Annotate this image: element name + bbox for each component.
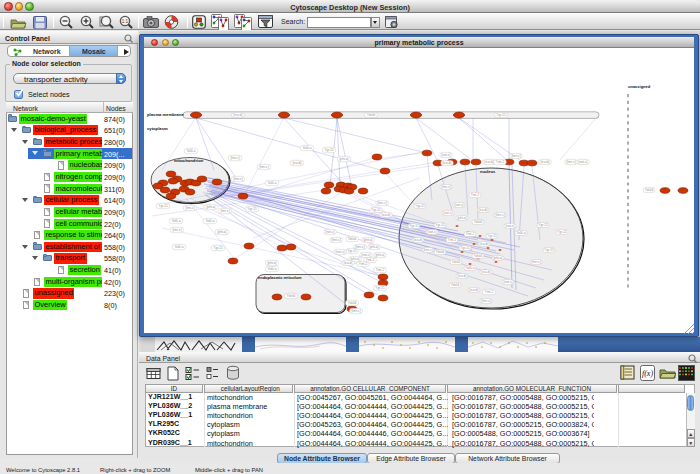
svg-text:Ygr-11: Ygr-11 <box>435 223 445 227</box>
svg-text:[Imr-c]: [Imr-c] <box>259 165 268 169</box>
svg-text:cytoplasm: cytoplasm <box>147 126 168 131</box>
svg-text:Ydr04: Ydr04 <box>287 294 296 298</box>
svg-text:Yol0-a: Yol0-a <box>466 266 475 270</box>
svg-text:Ydr04: Ydr04 <box>348 301 357 305</box>
svg-text:Ygr-11: Ygr-11 <box>375 286 385 290</box>
svg-text:[tca-b]: [tca-b] <box>458 274 467 278</box>
svg-text:plasma membrane: plasma membrane <box>147 112 184 117</box>
svg-text:Ydr04: Ydr04 <box>474 220 483 224</box>
svg-text:[Imr-c]: [Imr-c] <box>185 206 194 210</box>
svg-text:[not-c]: [not-c] <box>362 253 371 257</box>
svg-text:Ydr04: Ydr04 <box>367 113 376 117</box>
svg-text:[tca-b]: [tca-b] <box>485 160 494 164</box>
svg-text:[tca-b]: [tca-b] <box>479 208 488 212</box>
svg-text:[Imr-c]: [Imr-c] <box>172 228 181 232</box>
svg-text:[not-c]: [not-c] <box>506 224 515 228</box>
svg-text:1:1: 1:1 <box>122 19 129 24</box>
svg-text:[pht-a]: [pht-a] <box>457 216 466 220</box>
svg-text:Ygr-11: Ygr-11 <box>247 207 257 211</box>
svg-text:[pht-a]: [pht-a] <box>363 238 372 242</box>
svg-text:Yol0-a: Yol0-a <box>268 267 277 271</box>
svg-text:[tca-b]: [tca-b] <box>344 261 353 265</box>
svg-text:Yol0-a: Yol0-a <box>517 231 526 235</box>
svg-text:Ygr-11: Ygr-11 <box>557 230 567 234</box>
svg-text:[not-c]: [not-c] <box>504 280 513 284</box>
svg-text:[pht-a]: [pht-a] <box>339 157 348 161</box>
svg-text:[tca-b]: [tca-b] <box>382 213 391 217</box>
svg-text:endoplasmic reticulum: endoplasmic reticulum <box>258 275 302 280</box>
svg-text:[not-c]: [not-c] <box>428 230 437 234</box>
svg-text:[pht-a]: [pht-a] <box>375 253 384 257</box>
svg-text:[tca-b]: [tca-b] <box>414 238 423 242</box>
svg-text:Yol0-a: Yol0-a <box>187 149 196 153</box>
svg-text:Ydr04: Ydr04 <box>348 237 357 241</box>
svg-text:[pht-a]: [pht-a] <box>369 245 378 249</box>
svg-text:[Imr-c]: [Imr-c] <box>441 185 450 189</box>
svg-text:Ygr-11: Ygr-11 <box>213 246 223 250</box>
svg-text:[not-c]: [not-c] <box>336 250 345 254</box>
svg-text:[Imr-c]: [Imr-c] <box>495 213 504 217</box>
svg-text:Yol0-a: Yol0-a <box>175 245 184 249</box>
svg-text:Ygr-11: Ygr-11 <box>409 224 419 228</box>
svg-text:[pht-a]: [pht-a] <box>267 261 276 265</box>
svg-text:Ydr04: Ydr04 <box>436 250 445 254</box>
svg-text:[Imr-c]: [Imr-c] <box>220 209 229 213</box>
svg-text:Yol0-a: Yol0-a <box>268 181 277 185</box>
svg-text:unassigned: unassigned <box>628 84 651 89</box>
svg-text:[tca-b]: [tca-b] <box>443 161 452 165</box>
svg-text:[not-c]: [not-c] <box>579 160 588 164</box>
svg-text:Yml-2: Yml-2 <box>466 232 475 236</box>
svg-text:[not-c]: [not-c] <box>444 211 453 215</box>
svg-text:Ydr04: Ydr04 <box>474 254 483 258</box>
svg-text:Ygr-11: Ygr-11 <box>347 249 357 253</box>
svg-text:Ygr-11: Ygr-11 <box>538 223 548 227</box>
svg-text:Yol0-a: Yol0-a <box>206 219 215 223</box>
svg-text:[Imr-c]: [Imr-c] <box>233 177 242 181</box>
svg-text:[not-c]: [not-c] <box>326 230 335 234</box>
svg-text:[Imr-c]: [Imr-c] <box>423 248 432 252</box>
svg-text:[Imr-c]: [Imr-c] <box>377 201 386 205</box>
svg-text:Ydr04: Ydr04 <box>451 283 460 287</box>
svg-text:Ygr-11: Ygr-11 <box>415 204 425 208</box>
svg-text:Ygr-11: Ygr-11 <box>487 234 497 238</box>
svg-text:Ygr-11: Ygr-11 <box>158 204 168 208</box>
svg-text:[Imr-c]: [Imr-c] <box>531 260 540 264</box>
svg-text:Ygr-11: Ygr-11 <box>371 208 381 212</box>
svg-text:Yml-2: Yml-2 <box>376 268 385 272</box>
svg-text:Yml-2: Yml-2 <box>471 193 480 197</box>
svg-text:[tca-b]: [tca-b] <box>293 161 302 165</box>
svg-text:[not-c]: [not-c] <box>455 203 464 207</box>
svg-text:Yml-2: Yml-2 <box>485 290 494 294</box>
svg-text:Ydr04: Ydr04 <box>645 188 654 192</box>
svg-text:Yml-2: Yml-2 <box>496 160 505 164</box>
svg-text:[pht-a]: [pht-a] <box>493 256 502 260</box>
svg-text:[tca-b]: [tca-b] <box>482 270 491 274</box>
svg-text:[Imr-c]: [Imr-c] <box>566 160 575 164</box>
svg-text:[Imr-c]: [Imr-c] <box>511 154 520 158</box>
svg-text:Ygr-11: Ygr-11 <box>544 248 554 252</box>
svg-text:[Imr-c]: [Imr-c] <box>481 299 490 303</box>
svg-text:[Imr-c]: [Imr-c] <box>351 309 360 313</box>
svg-text:[Imr-c]: [Imr-c] <box>230 156 239 160</box>
svg-text:[pht-a]: [pht-a] <box>217 230 226 234</box>
svg-text:[Imr-c]: [Imr-c] <box>331 238 340 242</box>
svg-text:Ygr-11: Ygr-11 <box>324 148 334 152</box>
svg-text:mitochondrion: mitochondrion <box>174 158 204 163</box>
svg-text:[tca-b]: [tca-b] <box>541 160 550 164</box>
svg-text:f(x): f(x) <box>642 369 653 378</box>
svg-text:Yol0-a: Yol0-a <box>303 146 312 150</box>
svg-text:[tca-b]: [tca-b] <box>470 288 479 292</box>
svg-text:[tca-b]: [tca-b] <box>480 242 489 246</box>
svg-text:Ygr-11: Ygr-11 <box>496 113 506 117</box>
svg-text:[pht-a]: [pht-a] <box>206 205 215 209</box>
svg-text:Ygr-11: Ygr-11 <box>460 246 470 250</box>
svg-text:Ydr04: Ydr04 <box>452 260 461 264</box>
svg-text:nucleus: nucleus <box>480 169 496 174</box>
svg-text:Yol0-a: Yol0-a <box>172 219 181 223</box>
svg-text:Yml-2: Yml-2 <box>448 238 457 242</box>
svg-text:[not-c]: [not-c] <box>442 153 451 157</box>
svg-text:Yml-2: Yml-2 <box>359 262 368 266</box>
svg-text:[tca-b]: [tca-b] <box>234 113 243 117</box>
